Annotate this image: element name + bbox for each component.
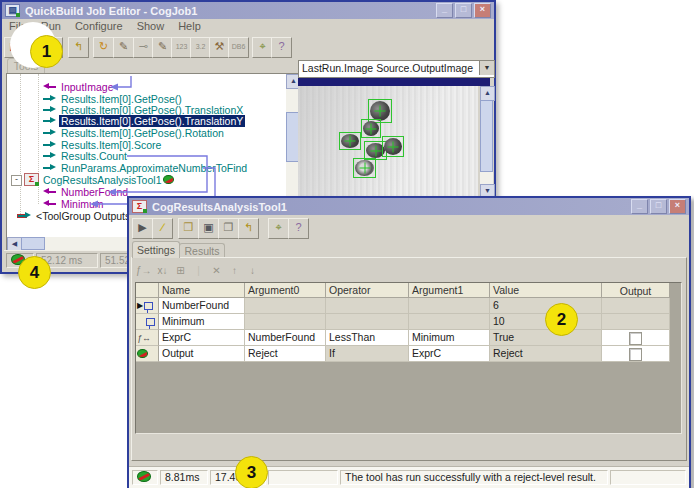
import-icon[interactable]: ↰ xyxy=(68,37,89,58)
input-arrow-icon xyxy=(43,188,56,195)
cell-operator[interactable]: LessThan xyxy=(326,330,409,346)
save-icon[interactable]: ▣ xyxy=(198,218,219,239)
header-argument0[interactable]: Argument0 xyxy=(245,283,326,298)
row-selector[interactable]: ƒ↔ xyxy=(136,330,159,346)
row-selector[interactable] xyxy=(136,314,159,330)
header-selector xyxy=(136,283,159,298)
cell-output[interactable] xyxy=(602,346,670,362)
scroll-thumb[interactable] xyxy=(21,237,45,250)
tab-results[interactable]: Results xyxy=(179,243,225,258)
cell-name[interactable]: NumberFound xyxy=(159,298,245,314)
output-arrow-icon xyxy=(43,152,56,159)
menu-help[interactable]: Help xyxy=(171,20,208,32)
cell-value[interactable]: True xyxy=(490,330,602,346)
callout-1: 1 xyxy=(30,35,63,68)
refresh-icon[interactable]: ↻ xyxy=(93,37,114,58)
run-tool-icon[interactable]: ▶ xyxy=(132,218,153,239)
image-header-bar xyxy=(298,78,490,86)
row-selector[interactable] xyxy=(136,346,159,362)
header-output[interactable]: Output xyxy=(602,283,670,298)
move-up-icon[interactable]: ↑ xyxy=(228,265,242,276)
help-icon[interactable]: ? xyxy=(288,218,309,239)
tree-expander-minus[interactable]: - xyxy=(11,175,22,186)
probe-icon[interactable]: ⌖ xyxy=(268,218,289,239)
table-123-icon[interactable]: 123 xyxy=(171,37,192,58)
table-row: ƒ↔ ExprC NumberFound LessThan Minimum Tr… xyxy=(136,330,681,346)
add-grid-icon[interactable]: ⊞ xyxy=(174,265,188,276)
probe-icon[interactable]: ⌖ xyxy=(252,37,273,58)
formula-icon: ƒ↔ xyxy=(137,333,151,343)
menu-configure[interactable]: Configure xyxy=(68,20,130,32)
expression-toolbar: ƒ→ x↓ ⊞ | ✕ ↑ ↓ xyxy=(136,262,260,278)
open-icon[interactable]: ❒ xyxy=(178,218,199,239)
tools-icon[interactable]: ⚒ xyxy=(209,37,230,58)
add-input-icon[interactable]: x↓ xyxy=(156,265,170,276)
cell-operator[interactable] xyxy=(326,314,409,330)
menu-show[interactable]: Show xyxy=(130,20,172,32)
cell-name[interactable]: Output xyxy=(159,346,245,362)
table-db-icon[interactable]: DB6 xyxy=(228,37,249,58)
output-checkbox[interactable] xyxy=(629,332,642,345)
close-button[interactable]: × xyxy=(474,3,491,18)
cell-argument0[interactable]: Reject xyxy=(245,346,326,362)
cell-argument0[interactable] xyxy=(245,298,326,314)
help-icon[interactable]: ? xyxy=(271,37,292,58)
found-part-marker xyxy=(353,158,376,178)
cell-output[interactable] xyxy=(602,314,670,330)
import-icon[interactable]: ↰ xyxy=(238,218,259,239)
scroll-thumb[interactable] xyxy=(480,100,493,172)
paint-icon[interactable]: ✎ xyxy=(113,37,134,58)
maximize-button[interactable]: □ xyxy=(650,199,667,214)
tool-run-status-icon xyxy=(163,175,174,184)
cell-value[interactable]: Reject xyxy=(490,346,602,362)
row-selector[interactable]: ▶ xyxy=(136,298,159,314)
cell-name[interactable]: Minimum xyxy=(159,314,245,330)
header-argument1[interactable]: Argument1 xyxy=(409,283,490,298)
cell-argument1[interactable]: Minimum xyxy=(409,330,490,346)
close-button[interactable]: × xyxy=(669,199,686,214)
app-icon: ▤ xyxy=(5,4,20,17)
status-time-1: 8.81ms xyxy=(160,470,208,485)
lastrun-image-display[interactable] xyxy=(298,86,478,199)
cell-argument0[interactable]: NumberFound xyxy=(245,330,326,346)
cell-operator[interactable] xyxy=(326,298,409,314)
child-titlebar[interactable]: Σ CogResultsAnalysisTool1 _ □ × xyxy=(129,198,689,215)
cell-argument1[interactable] xyxy=(409,298,490,314)
main-window-title: QuickBuild Job Editor - CogJob1 xyxy=(25,5,197,17)
found-part-marker xyxy=(361,119,381,138)
cell-argument0[interactable] xyxy=(245,314,326,330)
image-vertical-scrollbar[interactable]: ▲ ▼ xyxy=(480,86,493,199)
detach-icon[interactable]: ⊸ xyxy=(133,37,154,58)
electric-run-icon[interactable]: ∕ xyxy=(152,218,173,239)
status-blank-panel xyxy=(268,470,338,485)
cell-output[interactable] xyxy=(602,298,670,314)
cell-output[interactable] xyxy=(602,330,670,346)
main-titlebar[interactable]: ▤ QuickBuild Job Editor - CogJob1 _ □ × xyxy=(2,2,494,19)
move-down-icon[interactable]: ↓ xyxy=(246,265,260,276)
edit-page-icon[interactable]: ✎ xyxy=(152,37,173,58)
cell-argument1[interactable] xyxy=(409,314,490,330)
chevron-down-icon[interactable]: ▼ xyxy=(479,61,494,75)
io-pin-icon xyxy=(146,318,155,326)
add-formula-icon[interactable]: ƒ→ xyxy=(136,265,152,276)
copy-results-icon[interactable]: ❐ xyxy=(218,218,239,239)
output-arrow-icon xyxy=(43,141,56,148)
tree-item-toolgroup-outputs[interactable]: <ToolGroup Outputs> xyxy=(18,209,138,222)
minimize-button[interactable]: _ xyxy=(631,199,648,214)
maximize-button[interactable]: □ xyxy=(455,3,472,18)
output-arrow-icon xyxy=(43,129,56,136)
header-operator[interactable]: Operator xyxy=(326,283,409,298)
scroll-up-icon[interactable]: ▲ xyxy=(480,86,495,101)
tab-settings[interactable]: Settings xyxy=(132,241,180,258)
header-value[interactable]: Value xyxy=(490,283,602,298)
table-32-icon[interactable]: 3.2 xyxy=(190,37,211,58)
header-name[interactable]: Name xyxy=(159,283,245,298)
delete-row-icon[interactable]: ✕ xyxy=(210,265,224,276)
image-source-selector[interactable]: LastRun.Image Source.OutputImage ▼ xyxy=(298,60,495,78)
output-checkbox[interactable] xyxy=(629,348,642,361)
status-message: The tool has run successfully with a rej… xyxy=(340,470,608,485)
cell-argument1[interactable]: ExprC xyxy=(409,346,490,362)
cell-operator[interactable]: If xyxy=(326,346,409,362)
minimize-button[interactable]: _ xyxy=(436,3,453,18)
cell-name[interactable]: ExprC xyxy=(159,330,245,346)
